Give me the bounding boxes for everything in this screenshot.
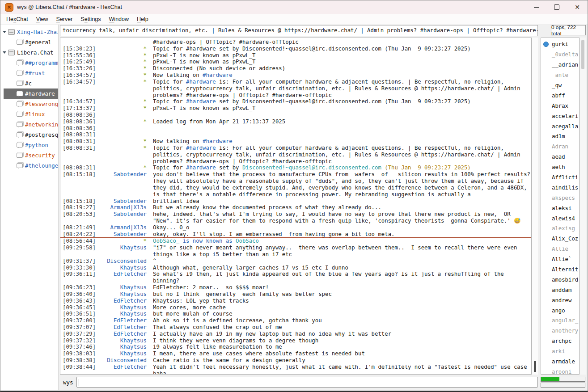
message-segment: "i7" or such never meant anything anyway…	[153, 244, 520, 257]
userlist-scrollbar-thumb[interactable]	[581, 40, 584, 69]
user-list-item[interactable]: andrew	[541, 295, 579, 305]
chat-messages[interactable]: #hardware-ops | Offtopic? #hardware-offt…	[60, 38, 532, 375]
timestamp: [08:21:49]	[60, 224, 98, 231]
user-nick: anddam	[552, 287, 571, 293]
message-input[interactable]	[76, 377, 538, 388]
user-list-item[interactable]: gurki	[541, 39, 579, 50]
tree-item--security[interactable]: #security	[0, 150, 58, 160]
event-star: *	[98, 145, 150, 164]
user-list-item[interactable]: Allie`	[541, 254, 579, 265]
channel-bubble-icon	[17, 163, 23, 168]
message-segment: Topic for	[153, 98, 186, 105]
chat-line: [08:08:31]	[60, 131, 531, 138]
tree-item--networking[interactable]: #networking	[0, 119, 58, 130]
chat-line: [09:36:51]Khaytsusbut more mulah of cour…	[60, 311, 531, 317]
message-segment: i9 always felt like measurebation to me	[153, 344, 282, 350]
user-list[interactable]: gurki_0xdelta__adrian_ante_qwabffAbraxac…	[541, 38, 580, 375]
userlist-scrollbar[interactable]	[580, 38, 586, 375]
tree-item--general[interactable]: #general	[0, 37, 58, 47]
user-list-item[interactable]: aindilis	[541, 182, 579, 193]
message-segment: So what's i9 then, it just kinda appeare…	[153, 271, 507, 284]
user-list-item[interactable]: Alix_Coz	[541, 234, 579, 244]
user-list-item[interactable]: archpc	[541, 336, 579, 346]
tree-item--thelounge[interactable]: #thelounge	[0, 160, 58, 171]
user-list-item[interactable]: ad1m	[541, 131, 579, 142]
message-text: Disconnected (No such device or address)	[150, 65, 531, 72]
user-list-item[interactable]: ango	[541, 305, 579, 316]
user-list-item[interactable]: alexisg	[541, 223, 579, 234]
user-list-item[interactable]: accelari	[541, 111, 579, 121]
tree-item--postgresql[interactable]: #postgresql	[0, 130, 58, 140]
input-bar: wys	[60, 376, 538, 390]
tree-item-libera-chat[interactable]: Libera.Chat	[0, 47, 58, 58]
message-segment: set by	[216, 164, 242, 171]
user-list-item[interactable]: _qw	[541, 80, 579, 91]
timestamp: [09:37:32]	[60, 337, 98, 344]
message-segment: Okay... O_o	[153, 224, 189, 231]
expander-arrow-icon[interactable]	[3, 31, 6, 33]
tree-item--c[interactable]: #c	[0, 78, 58, 89]
chat-scrollbar[interactable]	[532, 38, 538, 375]
user-list-item[interactable]: Adran	[541, 142, 579, 152]
user-list-item[interactable]: armdale	[541, 357, 579, 367]
menu-item-server[interactable]: Server	[52, 15, 77, 23]
tree-item-xing-hai-zhai[interactable]: Xing-Hai-Zhai	[0, 27, 58, 37]
user-nick: _qw	[552, 82, 562, 89]
channel-link[interactable]: #hardware	[203, 72, 233, 78]
user-nick: gurki	[552, 41, 568, 47]
user-list-item[interactable]: acegalla	[541, 121, 579, 131]
maximize-button[interactable]	[546, 0, 567, 14]
tree-item--hardware[interactable]: #hardware	[4, 89, 58, 99]
user-list-item[interactable]: Allie	[541, 244, 579, 254]
user-list-item[interactable]: arooni	[541, 367, 579, 375]
chat-scrollbar-thumb[interactable]	[534, 361, 536, 372]
user-list-item[interactable]: _ante	[541, 70, 579, 80]
channel-link[interactable]: #hardware	[203, 138, 233, 144]
close-button[interactable]: ✕	[567, 0, 588, 14]
user-list-item[interactable]: arki	[541, 346, 579, 357]
menu-item-hexchat[interactable]: HexChat	[2, 15, 32, 23]
user-list-item[interactable]: aead	[541, 152, 579, 162]
expander-arrow-icon[interactable]	[3, 51, 6, 54]
user-list-item[interactable]: Abrax	[541, 101, 579, 111]
tree-item--lesswrong[interactable]: #lesswrong	[0, 99, 58, 109]
message-text: EdFletcher: 2 moar.. so $$$$ moar!	[150, 284, 531, 291]
message-segment: Loaded log from Mon Apr 21 17:13:37 2025	[153, 118, 285, 125]
nick-label: EdFletcher	[98, 317, 150, 324]
channel-link[interactable]: #hardware	[186, 164, 216, 171]
user-list-item[interactable]: abff	[541, 90, 579, 101]
timestamp: [08:08:31]	[60, 131, 98, 138]
tree-item--linux[interactable]: #linux	[0, 109, 58, 119]
server-tree: Xing-Hai-Zhai#generalLibera.Chat##progra…	[0, 25, 59, 390]
user-list-item[interactable]: Afflicti	[541, 173, 579, 183]
message-segment: but more mulah of course	[153, 311, 233, 317]
user-nick: abff	[552, 93, 565, 99]
tree-item--rust[interactable]: ##rust	[0, 68, 58, 78]
title-bar[interactable]: ✕ wys @ Libera.Chat / #hardware - HexCha…	[0, 0, 588, 14]
message-segment: Now talking on	[153, 72, 203, 78]
user-list-item[interactable]: akspecs	[541, 193, 579, 203]
user-list-item[interactable]: __adrian	[541, 60, 579, 70]
user-list-item[interactable]: angular_	[541, 316, 579, 326]
topic-bar[interactable]: tocurrency talk, unfair discrimination, …	[60, 25, 538, 36]
channel-link[interactable]: #hardware	[186, 79, 216, 85]
minimize-button[interactable]	[526, 0, 546, 14]
user-list-item[interactable]: Alternit	[541, 265, 579, 275]
message-segment: you don't believe that the process to ma…	[153, 171, 532, 197]
menu-item-view[interactable]: View	[32, 15, 52, 23]
channel-link[interactable]: #hardware	[186, 98, 216, 105]
user-list-item[interactable]: aleksi	[541, 203, 579, 213]
user-list-item[interactable]: anddam	[541, 285, 579, 295]
menu-item-help[interactable]: Help	[133, 15, 152, 23]
user-list-item[interactable]: alewis4	[541, 213, 579, 223]
user-list-item[interactable]: aeth	[541, 162, 579, 173]
user-list-item[interactable]: _0xdelta	[541, 50, 579, 60]
user-list-item[interactable]: amosbird	[541, 274, 579, 285]
menu-item-settings[interactable]: Settings	[76, 15, 105, 23]
tree-item--programming[interactable]: ##programming	[0, 58, 58, 68]
user-list-item[interactable]: anothery	[541, 326, 579, 336]
tree-item--python[interactable]: #python	[0, 140, 58, 150]
menu-item-window[interactable]: Window	[105, 15, 133, 23]
message-segment: I mean, there are use cases where absolu…	[153, 350, 365, 357]
channel-link[interactable]: #hardware	[186, 145, 216, 151]
